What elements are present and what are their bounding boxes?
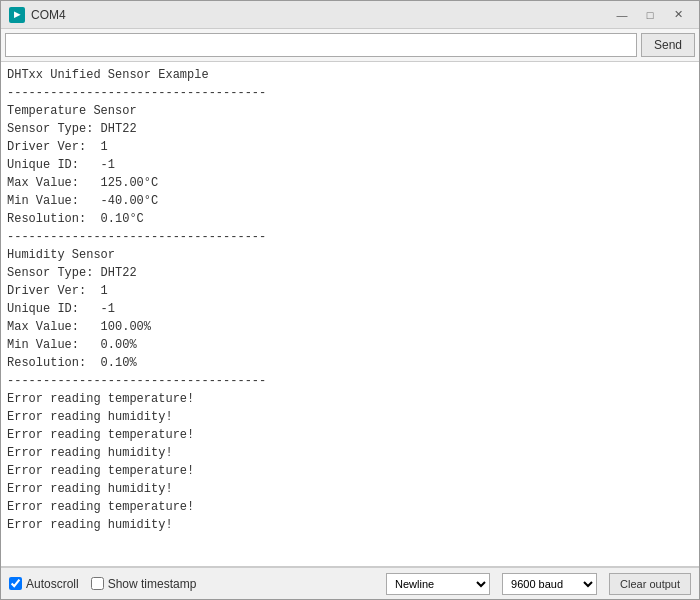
console-line: ------------------------------------ — [7, 372, 693, 390]
console-line: Driver Ver: 1 — [7, 138, 693, 156]
maximize-button[interactable]: □ — [637, 5, 663, 25]
console-line: ------------------------------------ — [7, 84, 693, 102]
baud-select[interactable]: 300 baud1200 baud2400 baud4800 baud9600 … — [502, 573, 597, 595]
title-bar: ▶ COM4 — □ ✕ — [1, 1, 699, 29]
console-line: Min Value: -40.00°C — [7, 192, 693, 210]
console-output: DHTxx Unified Sensor Example------------… — [1, 62, 699, 567]
console-line: Error reading temperature! — [7, 498, 693, 516]
console-line: Max Value: 100.00% — [7, 318, 693, 336]
clear-output-button[interactable]: Clear output — [609, 573, 691, 595]
window-controls: — □ ✕ — [609, 5, 691, 25]
app-icon: ▶ — [9, 7, 25, 23]
console-line: Resolution: 0.10°C — [7, 210, 693, 228]
console-line: Resolution: 0.10% — [7, 354, 693, 372]
autoscroll-label[interactable]: Autoscroll — [9, 577, 79, 591]
baud-group: 300 baud1200 baud2400 baud4800 baud9600 … — [502, 573, 597, 595]
timestamp-text: Show timestamp — [108, 577, 197, 591]
console-line: Unique ID: -1 — [7, 156, 693, 174]
status-bar: Autoscroll Show timestamp No line ending… — [1, 567, 699, 599]
newline-group: No line endingNewlineCarriage returnBoth… — [386, 573, 490, 595]
console-line: Unique ID: -1 — [7, 300, 693, 318]
console-line: Max Value: 125.00°C — [7, 174, 693, 192]
console-line: Error reading humidity! — [7, 480, 693, 498]
console-line: Min Value: 0.00% — [7, 336, 693, 354]
autoscroll-checkbox[interactable] — [9, 577, 22, 590]
console-line: Sensor Type: DHT22 — [7, 264, 693, 282]
send-button[interactable]: Send — [641, 33, 695, 57]
console-line: Error reading temperature! — [7, 462, 693, 480]
console-line: Temperature Sensor — [7, 102, 693, 120]
close-button[interactable]: ✕ — [665, 5, 691, 25]
newline-select[interactable]: No line endingNewlineCarriage returnBoth… — [386, 573, 490, 595]
console-line: Error reading temperature! — [7, 390, 693, 408]
console-line: Sensor Type: DHT22 — [7, 120, 693, 138]
window-title: COM4 — [31, 8, 609, 22]
console-line: Error reading humidity! — [7, 408, 693, 426]
console-line: Humidity Sensor — [7, 246, 693, 264]
console-line: Error reading humidity! — [7, 516, 693, 534]
main-window: ▶ COM4 — □ ✕ Send DHTxx Unified Sensor E… — [0, 0, 700, 600]
input-row: Send — [1, 29, 699, 62]
serial-input[interactable] — [5, 33, 637, 57]
timestamp-checkbox[interactable] — [91, 577, 104, 590]
timestamp-label[interactable]: Show timestamp — [91, 577, 197, 591]
console-line: Error reading temperature! — [7, 426, 693, 444]
console-line: Driver Ver: 1 — [7, 282, 693, 300]
console-line: DHTxx Unified Sensor Example — [7, 66, 693, 84]
autoscroll-text: Autoscroll — [26, 577, 79, 591]
console-line: ------------------------------------ — [7, 228, 693, 246]
minimize-button[interactable]: — — [609, 5, 635, 25]
console-line: Error reading humidity! — [7, 444, 693, 462]
